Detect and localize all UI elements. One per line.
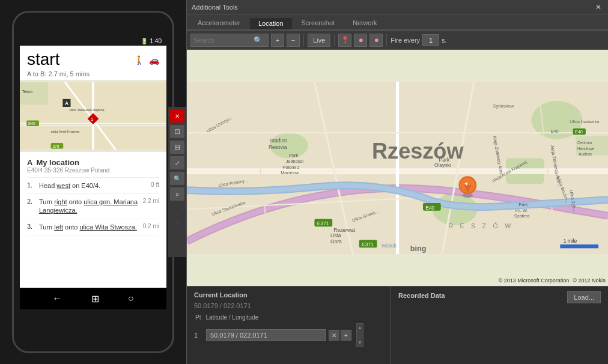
direction-2: 2. Turn right onto ulica gen. Mariana La… — [27, 194, 159, 219]
coord-clear-button[interactable]: ✕ — [329, 330, 339, 341]
toolbar-btn-more[interactable]: » — [170, 187, 184, 201]
fire-every-input[interactable] — [422, 34, 439, 46]
pin-button[interactable]: 📍 — [338, 34, 351, 47]
coord-table-header: Pt Latitude / Longitude — [194, 314, 383, 321]
svg-text:im. W.: im. W. — [515, 208, 528, 213]
svg-text:aleja Armii Krajowe: aleja Armii Krajowe — [51, 130, 80, 133]
svg-text:E371: E371 — [317, 220, 329, 226]
location-label: A — [27, 158, 32, 167]
svg-text:1 mile: 1 mile — [564, 238, 577, 244]
svg-text:E40: E40 — [425, 205, 434, 211]
svg-text:bing: bing — [410, 244, 427, 253]
phone-map[interactable]: Tesco E40 ulica Tadeusza Rejtana aleja A… — [20, 80, 166, 152]
search-button[interactable]: ○ — [128, 293, 134, 304]
map-svg: E40 E371 E371 Ulica Ustrzyc... Sybirakow… — [187, 50, 608, 286]
search-icon[interactable]: 🔍 — [254, 36, 263, 44]
svg-text:ulica Tadeusza Rejtana: ulica Tadeusza Rejtana — [70, 108, 105, 112]
fire-unit-label: s. — [442, 37, 447, 44]
phone-title: start — [27, 50, 90, 69]
home-button[interactable]: ⊞ — [91, 293, 99, 305]
svg-text:Handlowe: Handlowe — [577, 147, 595, 151]
zoom-in-button[interactable]: + — [271, 34, 284, 47]
svg-text:Jednosci: Jednosci — [286, 159, 304, 164]
tab-network[interactable]: Network — [344, 17, 385, 29]
phone-map-svg: Tesco E40 ulica Tadeusza Rejtana aleja A… — [20, 80, 166, 152]
svg-text:Rzeszów: Rzeszów — [372, 139, 464, 163]
toolbar-divider-1 — [303, 34, 304, 46]
tab-accelerometer[interactable]: Accelerometer — [189, 17, 249, 29]
direction-1: 1. Head west on E40/4. 0 ft — [27, 178, 159, 194]
svg-text:E40: E40 — [575, 129, 583, 135]
tools-title: Additional Tools — [192, 4, 238, 11]
recorded-data-title: Recorded Data — [398, 292, 445, 299]
copyright-nokia: © 2012 Nokia — [573, 278, 606, 284]
coord-add-button[interactable]: + — [341, 330, 351, 341]
svg-text:Lisia: Lisia — [330, 232, 341, 238]
tools-close-button[interactable]: ✕ — [594, 2, 603, 12]
svg-text:Polonii z: Polonii z — [282, 165, 299, 170]
walk-icon: 🚶 — [134, 55, 144, 65]
location-toolbar: 🔍 + − Live 📍 ⏺ ⏺ Fire every s. — [187, 31, 608, 50]
load-button[interactable]: Load... — [567, 291, 601, 303]
my-location: A My location E40/4 35-326 Rzeszow Polan… — [27, 156, 159, 178]
phone-screen: 🔋 1:40 start A to B: 2.7 mi, 5 mins 🚶 🚗 — [20, 37, 166, 309]
phone-container: 🔋 1:40 start A to B: 2.7 mi, 5 mins 🚶 🚗 — [0, 0, 186, 364]
coord-row-1: 1 — [194, 329, 326, 341]
svg-text:Park: Park — [289, 153, 299, 158]
svg-text:E40: E40 — [550, 129, 558, 134]
coord-input[interactable] — [206, 329, 326, 341]
location-address: E40/4 35-326 Rzeszow Poland — [27, 167, 159, 174]
svg-text:Park: Park — [518, 202, 528, 207]
map-copyright: © 2013 Microsoft Corporation © 2012 Noki… — [499, 278, 606, 284]
search-box[interactable]: 🔍 — [190, 34, 269, 47]
svg-text:Macierza: Macierza — [281, 170, 299, 175]
svg-text:Ulica Lwowska: Ulica Lwowska — [570, 119, 600, 124]
search-input[interactable] — [193, 37, 254, 44]
pt-header: Pt — [195, 314, 201, 321]
scroll-up-button[interactable]: ▲ — [357, 325, 362, 330]
coord-row-num: 1 — [194, 332, 201, 339]
svg-text:Sybirakow: Sybirakow — [493, 103, 514, 109]
location-name: My location — [36, 158, 79, 167]
car-icon: 🚗 — [149, 55, 159, 65]
phone-close-button[interactable]: ✕ — [170, 109, 184, 123]
svg-text:Szafera: Szafera — [514, 213, 530, 219]
toolbar-btn-fullscreen[interactable]: ⤢ — [170, 156, 184, 169]
svg-text:Centrum: Centrum — [577, 141, 592, 145]
svg-text:Wisłok: Wisłok — [382, 243, 397, 249]
map-area[interactable]: E40 E371 E371 Ulica Ustrzyc... Sybirakow… — [187, 50, 608, 286]
svg-text:1: 1 — [91, 117, 93, 121]
record-button-1[interactable]: ⏺ — [354, 34, 367, 47]
fire-every-label: Fire every — [391, 37, 420, 44]
direction-3: 3. Turn left onto ulica Wita Stwosza. 0.… — [27, 219, 159, 235]
svg-rect-79 — [560, 244, 598, 248]
recorded-data-panel: Recorded Data Load... — [391, 287, 608, 364]
coord-actions: ✕ + — [329, 330, 351, 341]
toolbar-divider-3 — [386, 34, 387, 46]
toolbar-btn-zoom[interactable]: 🔍 — [170, 172, 184, 185]
phone-subtitle: A to B: 2.7 mi, 5 mins — [27, 70, 90, 77]
tools-panel: Additional Tools ✕ Accelerometer Locatio… — [186, 0, 608, 364]
svg-text:Olsynki: Olsynki — [434, 162, 451, 168]
phone-status-bar: 🔋 1:40 — [20, 37, 166, 46]
toolbar-btn-2[interactable]: ⊟ — [170, 141, 184, 154]
svg-text:Auchan: Auchan — [579, 152, 592, 156]
phone-directions: A My location E40/4 35-326 Rzeszow Polan… — [20, 152, 166, 288]
phone-battery-icon: 🔋 — [141, 38, 148, 44]
toolbar-btn-1[interactable]: ⊡ — [170, 125, 184, 138]
bottom-panels: Current Location 50.0179 / 022.0171 Pt L… — [187, 286, 608, 364]
scroll-down-button[interactable]: ▼ — [357, 340, 362, 345]
tab-screenshot[interactable]: Screenshot — [293, 17, 344, 29]
live-button[interactable]: Live — [308, 34, 330, 47]
current-location-title: Current Location — [194, 291, 383, 299]
tab-location[interactable]: Location — [250, 17, 292, 29]
svg-text:E371: E371 — [362, 241, 374, 247]
record-button-2[interactable]: ⏺ — [369, 34, 383, 47]
back-button[interactable]: ← — [52, 293, 62, 304]
svg-text:Park: Park — [439, 157, 450, 163]
tools-titlebar: Additional Tools ✕ — [187, 0, 608, 14]
current-location-panel: Current Location 50.0179 / 022.0171 Pt L… — [187, 287, 391, 364]
phone-content: start A to B: 2.7 mi, 5 mins 🚶 🚗 — [20, 46, 166, 288]
svg-text:Tesco: Tesco — [22, 89, 32, 94]
zoom-out-button[interactable]: − — [287, 34, 300, 47]
